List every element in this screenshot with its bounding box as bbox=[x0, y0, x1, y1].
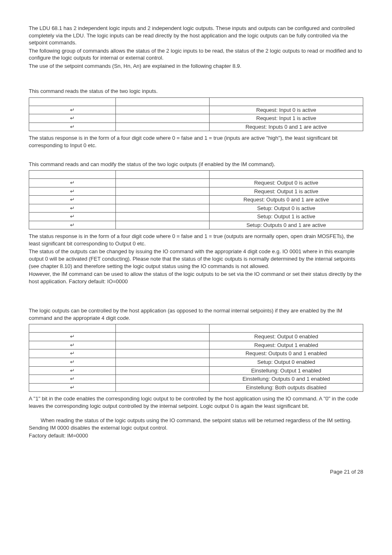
enter-icon: ↵ bbox=[29, 358, 116, 366]
cell bbox=[116, 383, 210, 392]
cell bbox=[116, 366, 210, 375]
cell: Einstellung: Output 1 enabled bbox=[210, 366, 363, 375]
cell: Setup: Output 1 is active bbox=[210, 213, 363, 221]
cell: Request: Inputs 0 and 1 are active bbox=[210, 123, 363, 131]
enter-icon: ↵ bbox=[29, 341, 116, 349]
enter-icon: ↵ bbox=[29, 196, 116, 204]
enter-icon: ↵ bbox=[29, 179, 116, 187]
cell: Request: Output 0 is active bbox=[210, 179, 363, 187]
enter-icon: ↵ bbox=[29, 349, 116, 358]
cell bbox=[116, 187, 210, 196]
intro-p1: The LDU 68.1 has 2 independent logic inp… bbox=[29, 25, 363, 46]
cell: Setup: Outputs 0 and 1 are active bbox=[210, 221, 363, 229]
enter-icon: ↵ bbox=[29, 123, 116, 131]
sec3-after1: A "1" bit in the code enables the corres… bbox=[29, 395, 363, 409]
cell: Request: Outputs 0 and 1 are active bbox=[210, 196, 363, 204]
sec3-lead: The logic outputs can be controlled by t… bbox=[29, 307, 363, 321]
cell: Request: Output 0 enabled bbox=[210, 333, 363, 341]
cell: Request: Input 1 is active bbox=[210, 114, 363, 123]
table-outputs: ↵ Request: Output 0 is active ↵ Request:… bbox=[29, 170, 363, 229]
cell: Einstellung: Both outputs disabled bbox=[210, 383, 363, 392]
sec2-lead: This command reads and can modify the st… bbox=[29, 161, 363, 168]
cell bbox=[116, 106, 210, 114]
sec2-after1: The status response is in the form of a … bbox=[29, 233, 363, 247]
cell bbox=[116, 221, 210, 229]
cell: Request: Output 1 is active bbox=[210, 187, 363, 196]
cell: Request: Output 1 enabled bbox=[210, 341, 363, 349]
cell bbox=[116, 196, 210, 204]
enter-icon: ↵ bbox=[29, 366, 116, 375]
cell bbox=[116, 114, 210, 123]
cell: Request: Outputs 0 and 1 enabled bbox=[210, 349, 363, 358]
page-footer: Page 21 of 28 bbox=[29, 468, 363, 476]
cell: Einstellung: Outputs 0 and 1 enabled bbox=[210, 375, 363, 384]
cell bbox=[116, 333, 210, 341]
sec3-after3: Factory default: IM=0000 bbox=[29, 432, 363, 439]
cell bbox=[116, 123, 210, 131]
cell bbox=[116, 179, 210, 187]
intro-p2: The following group of commands allows t… bbox=[29, 47, 363, 62]
cell: Setup: Output 0 enabled bbox=[210, 358, 363, 366]
cell: Request: Input 0 is active bbox=[210, 106, 363, 114]
cell: Setup: Output 0 is active bbox=[210, 204, 363, 213]
cell bbox=[116, 341, 210, 349]
cell bbox=[116, 204, 210, 213]
cell bbox=[116, 349, 210, 358]
enter-icon: ↵ bbox=[29, 204, 116, 213]
table-inputs: ↵ Request: Input 0 is active ↵ Request: … bbox=[29, 97, 363, 132]
cell bbox=[116, 375, 210, 384]
intro-p3: The use of the setpoint commands (Sn, Hn… bbox=[29, 62, 363, 70]
cell bbox=[116, 213, 210, 221]
sec2-after2: The status of the outputs can be changed… bbox=[29, 248, 363, 270]
enter-icon: ↵ bbox=[29, 221, 116, 229]
enter-icon: ↵ bbox=[29, 114, 116, 123]
sec1-lead: This command reads the status of the two… bbox=[29, 88, 363, 95]
enter-icon: ↵ bbox=[29, 106, 116, 114]
enter-icon: ↵ bbox=[29, 375, 116, 384]
sec3-after2: When reading the status of the logic out… bbox=[29, 417, 363, 431]
enter-icon: ↵ bbox=[29, 187, 116, 196]
enter-icon: ↵ bbox=[29, 333, 116, 341]
sec2-after3: However, the IM command can be used to a… bbox=[29, 271, 363, 285]
table-im: ↵ Request: Output 0 enabled ↵ Request: O… bbox=[29, 324, 363, 392]
enter-icon: ↵ bbox=[29, 383, 116, 392]
sec1-after: The status response is in the form of a … bbox=[29, 134, 363, 149]
cell bbox=[116, 358, 210, 366]
enter-icon: ↵ bbox=[29, 213, 116, 221]
